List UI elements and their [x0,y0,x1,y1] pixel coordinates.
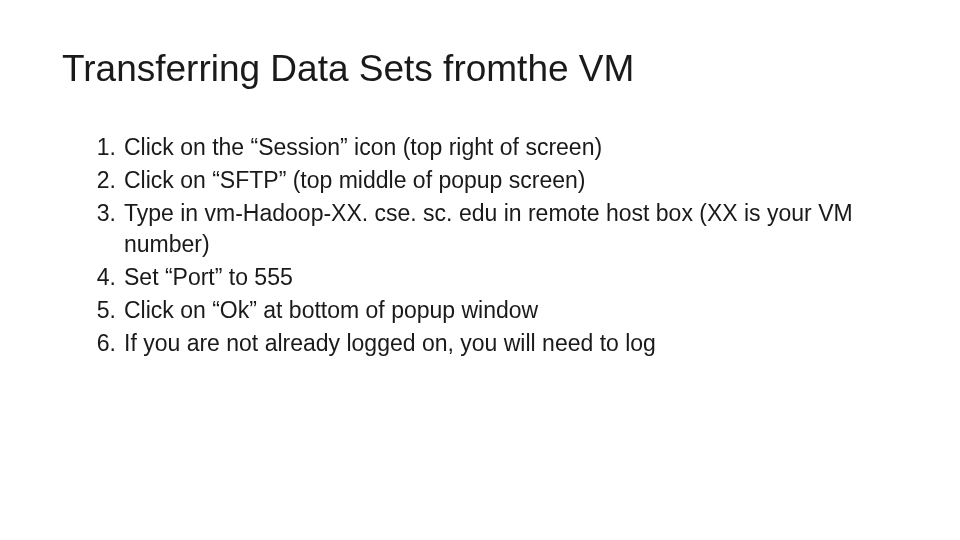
page-title: Transferring Data Sets fromthe VM [62,48,898,90]
list-item: 6. If you are not already logged on, you… [124,328,898,359]
list-item-text: Type in vm-Hadoop-XX. cse. sc. edu in re… [124,200,853,257]
list-marker: 3. [82,198,116,229]
list-item-text: Set “Port” to 555 [124,264,293,290]
list-item: 5. Click on “Ok” at bottom of popup wind… [124,295,898,326]
list-marker: 4. [82,262,116,293]
list-item: 2. Click on “SFTP” (top middle of popup … [124,165,898,196]
list-item-text: Click on the “Session” icon (top right o… [124,134,602,160]
list-item: 4. Set “Port” to 555 [124,262,898,293]
list-item: 3. Type in vm-Hadoop-XX. cse. sc. edu in… [124,198,898,260]
list-item-text: Click on “SFTP” (top middle of popup scr… [124,167,585,193]
instruction-list: 1. Click on the “Session” icon (top righ… [62,132,898,359]
list-item-text: If you are not already logged on, you wi… [124,330,656,356]
list-item: 1. Click on the “Session” icon (top righ… [124,132,898,163]
list-marker: 5. [82,295,116,326]
list-marker: 2. [82,165,116,196]
list-marker: 1. [82,132,116,163]
list-item-text: Click on “Ok” at bottom of popup window [124,297,538,323]
list-marker: 6. [82,328,116,359]
